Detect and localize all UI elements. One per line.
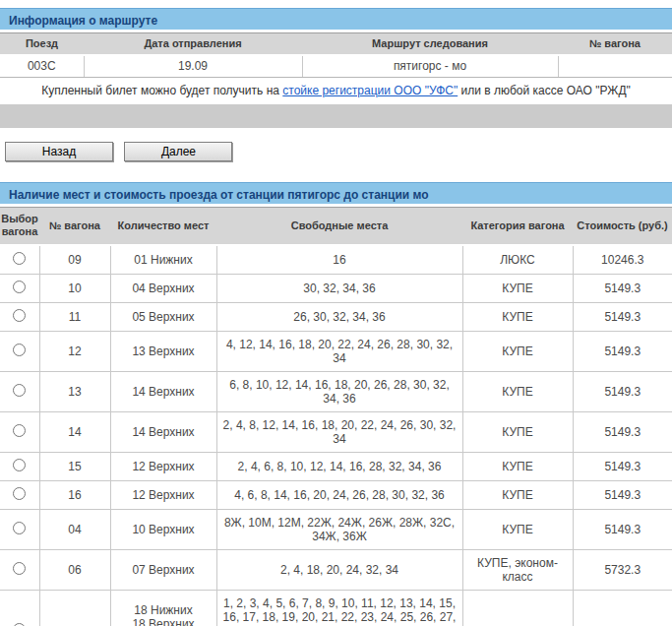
price-cell: 5149.3 xyxy=(573,331,672,371)
seats-row: 1213 Верхних4, 12, 14, 16, 18, 20, 22, 2… xyxy=(0,331,672,371)
car-select-radio[interactable] xyxy=(13,424,26,437)
car-select-cell xyxy=(0,452,39,480)
seats-row: 0410 Верхних8Ж, 10М, 12М, 22Ж, 24Ж, 26Ж,… xyxy=(0,509,672,549)
car-number-cell: 04 xyxy=(39,509,110,549)
seats-column-header: Стоимость (руб.) xyxy=(573,208,672,245)
car-select-radio[interactable] xyxy=(13,281,26,293)
seat-count-cell: 10 Верхних xyxy=(110,509,216,549)
seats-row: 1314 Верхних6, 8, 10, 12, 14, 16, 18, 20… xyxy=(0,371,672,411)
price-cell: 5149.3 xyxy=(573,480,672,509)
route-column-header: Поезд xyxy=(0,33,84,55)
price-cell: 1910.7 xyxy=(573,590,672,626)
car-select-cell xyxy=(0,509,39,549)
price-cell: 5149.3 xyxy=(573,509,672,549)
seats-title: Наличие мест и стоимость проезда от стан… xyxy=(0,182,672,204)
free-seats-cell: 30, 32, 34, 36 xyxy=(216,274,462,302)
car-number-cell: 10 xyxy=(39,274,110,302)
car-select-radio[interactable] xyxy=(13,522,26,534)
seats-row: 0901 Нижних16ЛЮКС10246.3 xyxy=(0,245,672,275)
seat-count-cell: 01 Нижних xyxy=(110,245,216,275)
seats-table: Выбор вагона№ вагонаКоличество местСвобо… xyxy=(0,207,672,626)
car-select-radio[interactable] xyxy=(13,309,26,322)
route-info-data-row: 003С19.09пятигорс - мо xyxy=(0,55,672,78)
seats-row: 1105 Верхних26, 30, 32, 34, 36КУПЕ5149.3 xyxy=(0,302,672,331)
seat-count-cell: 07 Верхних xyxy=(110,549,216,590)
category-cell: ПЛАЦ xyxy=(462,590,573,626)
separator-bar xyxy=(0,104,672,128)
category-cell: КУПЕ xyxy=(462,274,573,302)
car-select-radio[interactable] xyxy=(13,623,26,626)
free-seats-cell: 2, 4, 6, 8, 10, 12, 14, 16, 28, 32, 34, … xyxy=(216,452,462,480)
category-cell: КУПЕ, эконом-класс xyxy=(462,549,573,590)
seat-count-cell: 05 Верхних xyxy=(110,302,216,331)
car-select-radio[interactable] xyxy=(13,252,26,265)
category-cell: КУПЕ xyxy=(462,371,573,411)
next-button[interactable]: Далее xyxy=(124,142,232,161)
free-seats-cell: 1, 2, 3, 4, 5, 6, 7, 8, 9, 10, 11, 12, 1… xyxy=(216,590,462,626)
category-cell: КУПЕ xyxy=(462,331,573,371)
category-cell: КУПЕ xyxy=(462,411,573,452)
price-cell: 5149.3 xyxy=(573,371,672,411)
free-seats-cell: 6, 8, 10, 12, 14, 16, 18, 20, 26, 28, 30… xyxy=(216,371,462,411)
seat-count-cell: 04 Верхних xyxy=(110,274,216,302)
car-select-radio[interactable] xyxy=(13,562,26,575)
free-seats-cell: 26, 30, 32, 34, 36 xyxy=(216,302,462,331)
car-select-cell xyxy=(0,411,39,452)
note-text-after: или в любой кассе ОАО "РЖД" xyxy=(458,84,631,97)
route-date-cell: 19.09 xyxy=(84,55,302,78)
car-number-cell: 12 xyxy=(39,331,110,371)
route-info-table: ПоездДата отправленияМаршрут следования№… xyxy=(0,32,672,78)
car-select-cell xyxy=(0,549,39,590)
free-seats-cell: 8Ж, 10М, 12М, 22Ж, 24Ж, 26Ж, 28Ж, 32С, 3… xyxy=(216,509,462,549)
route-info-header-row: ПоездДата отправленияМаршрут следования№… xyxy=(0,33,672,55)
route-column-header: Маршрут следования xyxy=(302,33,558,55)
car-select-radio[interactable] xyxy=(13,459,26,471)
car-select-cell xyxy=(0,331,39,371)
seats-column-header: Выбор вагона xyxy=(0,208,39,245)
category-cell: КУПЕ xyxy=(462,452,573,480)
seats-column-header: Свободные места xyxy=(216,208,462,245)
car-number-cell: 14 xyxy=(39,411,110,452)
car-select-cell xyxy=(0,274,39,302)
price-cell: 5732.3 xyxy=(573,549,672,590)
registration-desk-link[interactable]: стойке регистрации ООО "УФС" xyxy=(282,84,458,97)
seat-count-cell: 18 Нижних 18 Верхних 09 Нижних бок. 09 В… xyxy=(110,590,216,626)
category-cell: КУПЕ xyxy=(462,302,573,331)
seat-count-cell: 12 Верхних xyxy=(110,480,216,509)
car-number-cell: 09 xyxy=(39,245,110,275)
route-route-cell: пятигорс - мо xyxy=(302,55,558,78)
seat-count-cell: 14 Верхних xyxy=(110,411,216,452)
price-cell: 5149.3 xyxy=(573,452,672,480)
route-info-title: Информация о маршруте xyxy=(0,8,672,30)
car-select-radio[interactable] xyxy=(13,384,26,397)
category-cell: ЛЮКС xyxy=(462,245,573,275)
car-select-cell xyxy=(0,480,39,509)
free-seats-cell: 16 xyxy=(216,245,462,275)
car-select-cell xyxy=(0,371,39,411)
car-number-cell: 00 xyxy=(39,590,110,626)
seats-column-header: № вагона xyxy=(39,208,110,245)
category-cell: КУПЕ xyxy=(462,509,573,549)
back-button[interactable]: Назад xyxy=(5,142,113,161)
car-select-cell xyxy=(0,590,39,626)
seat-count-cell: 13 Верхних xyxy=(110,331,216,371)
car-number-cell: 15 xyxy=(39,452,110,480)
seats-column-header: Количество мест xyxy=(110,208,216,245)
route-column-header: № вагона xyxy=(558,33,672,55)
free-seats-cell: 4, 12, 14, 16, 18, 20, 22, 24, 26, 28, 3… xyxy=(216,331,462,371)
note-text-before: Купленный билет можно будет получить на xyxy=(41,84,282,97)
route-car-cell xyxy=(558,55,672,78)
route-column-header: Дата отправления xyxy=(84,33,302,55)
car-select-radio[interactable] xyxy=(13,344,26,356)
car-number-cell: 06 xyxy=(39,549,110,590)
car-select-radio[interactable] xyxy=(13,487,26,500)
seats-row: 0018 Нижних 18 Верхних 09 Нижних бок. 09… xyxy=(0,590,672,626)
price-cell: 5149.3 xyxy=(573,274,672,302)
seats-row: 1414 Верхних2, 4, 8, 12, 14, 16, 18, 20,… xyxy=(0,411,672,452)
car-number-cell: 11 xyxy=(39,302,110,331)
category-cell: КУПЕ xyxy=(462,480,573,509)
car-number-cell: 16 xyxy=(39,480,110,509)
car-select-cell xyxy=(0,245,39,275)
car-number-cell: 13 xyxy=(39,371,110,411)
seats-row: 1512 Верхних2, 4, 6, 8, 10, 12, 14, 16, … xyxy=(0,452,672,480)
